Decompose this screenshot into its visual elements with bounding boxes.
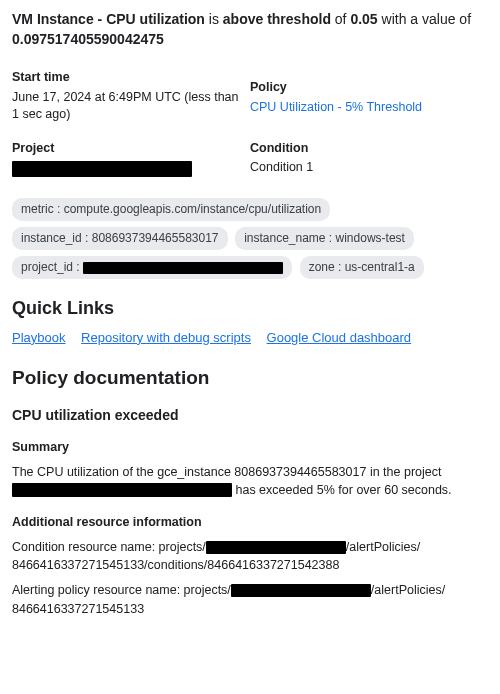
condition-label: Condition <box>250 140 482 158</box>
cpu-exceeded-heading: CPU utilization exceeded <box>12 406 488 426</box>
meta-start-time: Start time June 17, 2024 at 6:49PM UTC (… <box>12 63 250 134</box>
start-time-label: Start time <box>12 69 244 87</box>
policy-suffix: 8466416337271545133 <box>12 602 144 616</box>
headline-text: with a value of <box>378 11 471 27</box>
headline-resource: VM Instance - CPU utilization <box>12 11 205 27</box>
policy-doc-heading: Policy documentation <box>12 365 488 392</box>
chip-project-id-prefix: project_id : <box>21 260 83 274</box>
chip-zone: zone : us-central1-a <box>300 256 424 279</box>
policy-project-redacted <box>231 584 371 597</box>
policy-mid: /alertPolicies/ <box>371 583 445 597</box>
meta-project: Project <box>12 134 250 188</box>
meta-grid: Start time June 17, 2024 at 6:49PM UTC (… <box>12 63 488 187</box>
summary-paragraph: The CPU utilization of the gce_instance … <box>12 463 488 501</box>
chip-project-id: project_id : <box>12 256 292 279</box>
headline-state: above threshold <box>223 11 331 27</box>
policy-label: Policy <box>250 79 482 97</box>
summary-pre: The CPU utilization of the gce_instance … <box>12 465 441 479</box>
headline-text: is <box>205 11 223 27</box>
quick-links-heading: Quick Links <box>12 296 488 321</box>
project-value-redacted <box>12 161 192 177</box>
chip-project-id-redacted <box>83 262 283 274</box>
summary-project-redacted <box>12 483 232 497</box>
label-chips: metric : compute.googleapis.com/instance… <box>12 195 488 281</box>
headline-text: of <box>331 11 350 27</box>
cond-suffix: 8466416337271545133/conditions/846641633… <box>12 558 339 572</box>
start-time-value: June 17, 2024 at 6:49PM UTC (less than 1… <box>12 89 244 124</box>
dashboard-link[interactable]: Google Cloud dashboard <box>267 330 412 345</box>
meta-condition: Condition Condition 1 <box>250 134 488 188</box>
cond-pre: Condition resource name: projects/ <box>12 540 206 554</box>
chip-instance-id: instance_id : 8086937394465583017 <box>12 227 228 250</box>
repo-link[interactable]: Repository with debug scripts <box>81 330 251 345</box>
quick-links-row: Playbook Repository with debug scripts G… <box>12 329 488 347</box>
cond-mid: /alertPolicies/ <box>346 540 420 554</box>
condition-value: Condition 1 <box>250 159 482 177</box>
playbook-link[interactable]: Playbook <box>12 330 65 345</box>
chip-instance-name: instance_name : windows-test <box>235 227 414 250</box>
policy-resource-line: Alerting policy resource name: projects/… <box>12 581 488 619</box>
meta-policy: Policy CPU Utilization - 5% Threshold <box>250 63 488 134</box>
additional-info-heading: Additional resource information <box>12 514 488 532</box>
cond-project-redacted <box>206 541 346 554</box>
summary-post: has exceeded 5% for over 60 seconds. <box>235 483 451 497</box>
headline-threshold: 0.05 <box>350 11 377 27</box>
chip-metric: metric : compute.googleapis.com/instance… <box>12 198 330 221</box>
policy-link[interactable]: CPU Utilization - 5% Threshold <box>250 100 422 114</box>
summary-heading: Summary <box>12 439 488 457</box>
headline-value: 0.097517405590042475 <box>12 31 164 47</box>
alert-headline: VM Instance - CPU utilization is above t… <box>12 10 488 49</box>
condition-resource-line: Condition resource name: projects//alert… <box>12 538 488 576</box>
project-label: Project <box>12 140 244 158</box>
policy-pre: Alerting policy resource name: projects/ <box>12 583 231 597</box>
